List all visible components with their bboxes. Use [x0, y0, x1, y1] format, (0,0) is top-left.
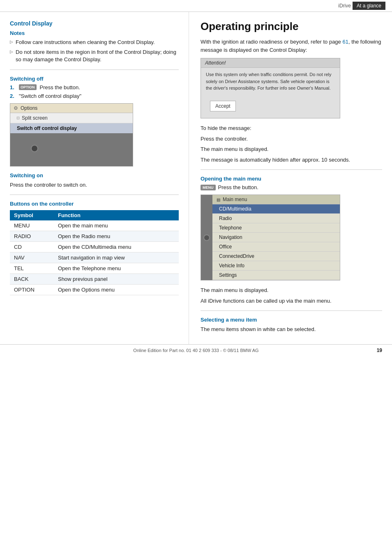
table-row: OPTIONOpen the Options menu — [10, 285, 179, 295]
table-row: BACKShow previous panel — [10, 274, 179, 285]
col-header-symbol: Symbol — [10, 210, 54, 220]
table-cell-symbol: TEL — [10, 263, 54, 274]
step-1-text: Press the button. — [40, 84, 80, 90]
step-1: 1. OPTION Press the button. — [10, 84, 179, 90]
footer-page: 19 — [377, 348, 382, 353]
table-row: NAVStart navigation in map view — [10, 253, 179, 263]
attention-body: Use this system only when traffic condit… — [201, 68, 340, 118]
footer-text: Online Edition for Part no. 01 40 2 609 … — [133, 348, 258, 353]
step-2: 2. "Switch off control display" — [10, 93, 179, 99]
table-row: TELOpen the Telephone menu — [10, 263, 179, 274]
attention-accept-btn[interactable]: Accept — [210, 101, 236, 111]
table-cell-function: Open the Options menu — [54, 285, 179, 295]
options-titlebar: ⚙ Options — [10, 104, 133, 113]
main-menu-screenshot: ▤ Main menu CD/MultimediaRadioTelephoneN… — [201, 195, 340, 280]
hide-text-1: To hide the message: — [201, 124, 382, 132]
table-cell-function: Show previous panel — [54, 274, 179, 285]
table-cell-function: Open the Radio menu — [54, 231, 179, 242]
options-bg — [10, 133, 133, 166]
table-cell-symbol: MENU — [10, 220, 54, 231]
step-2-text: "Switch off control display" — [19, 93, 81, 99]
separator-2 — [10, 195, 179, 195]
after-text-2: All iDrive functions can be called up vi… — [201, 297, 382, 305]
menu-item-row[interactable]: ConnectedDrive — [212, 252, 340, 261]
menu-items-list: CD/MultimediaRadioTelephoneNavigationOff… — [212, 204, 340, 280]
options-menu: □ Split screen Switch off control displa… — [10, 113, 133, 133]
table-cell-function: Open the CD/Multimedia menu — [54, 242, 179, 253]
content-wrapper: Control Display Notes ▷ Follow care inst… — [0, 12, 392, 344]
press-text: Press the button. — [218, 184, 258, 190]
top-nav: iDrive At a glance — [0, 0, 392, 12]
note-text-1: Follow care instructions when cleaning t… — [16, 39, 155, 46]
selecting-menu-item-text: The menu items shown in white can be sel… — [201, 325, 382, 334]
table-cell-symbol: NAV — [10, 253, 54, 263]
table-row: MENUOpen the main menu — [10, 220, 179, 231]
option-icon: OPTION — [19, 84, 37, 90]
menu-icon-small: ▤ — [217, 197, 220, 202]
col-header-function: Function — [54, 210, 179, 220]
switching-on-text: Press the controller to switch on. — [10, 181, 179, 189]
opening-main-menu-heading: Opening the main menu — [201, 176, 382, 182]
hide-text-2: Press the controller. — [201, 135, 382, 143]
notes-heading: Notes — [10, 30, 179, 36]
options-screenshot: ⚙ Options □ Split screen Switch off cont… — [10, 103, 133, 167]
separator-1 — [10, 70, 179, 70]
menu-item-row[interactable]: Radio — [212, 214, 340, 223]
table-cell-symbol: RADIO — [10, 231, 54, 242]
switching-off-heading: Switching off — [10, 76, 179, 82]
split-screen-label: Split screen — [22, 115, 48, 121]
bullet-arrow-2: ▷ — [10, 49, 13, 55]
step-1-num: 1. — [10, 84, 16, 90]
attention-title: Attention! — [201, 58, 340, 68]
table-cell-symbol: CD — [10, 242, 54, 253]
menu-side-wrapper: ▤ Main menu CD/MultimediaRadioTelephoneN… — [201, 195, 340, 280]
step-2-num: 2. — [10, 93, 16, 99]
separator-right-1 — [201, 169, 382, 170]
menu-item-row[interactable]: Navigation — [212, 233, 340, 242]
options-split-screen: □ Split screen — [10, 113, 133, 123]
table-cell-symbol: BACK — [10, 274, 54, 285]
menu-item-row[interactable]: Vehicle Info — [212, 261, 340, 271]
note-item-1: ▷ Follow care instructions when cleaning… — [10, 39, 179, 46]
table-cell-function: Open the main menu — [54, 220, 179, 231]
table-cell-symbol: OPTION — [10, 285, 54, 295]
control-display-heading: Control Display — [10, 20, 179, 27]
menu-item-row[interactable]: Settings — [212, 271, 340, 280]
menu-side-knob — [201, 195, 212, 280]
table-row: CDOpen the CD/Multimedia menu — [10, 242, 179, 253]
switching-on-heading: Switching on — [10, 172, 179, 178]
options-switch-off[interactable]: Switch off control display — [10, 123, 133, 133]
table-cell-function: Start navigation in map view — [54, 253, 179, 263]
nav-idrive-label: iDrive — [338, 3, 351, 9]
menu-title-text: Main menu — [223, 197, 247, 202]
nav-active-tab[interactable]: At a glance — [353, 2, 385, 10]
separator-right-2 — [201, 310, 382, 311]
options-title-text: Options — [21, 105, 37, 111]
table-cell-function: Open the Telephone menu — [54, 263, 179, 274]
table-row: RADIOOpen the Radio menu — [10, 231, 179, 242]
hide-text-4: The message is automatically hidden afte… — [201, 156, 382, 164]
menu-btn-row: MENU Press the button. — [201, 184, 382, 190]
page-ref: 61 — [342, 39, 348, 45]
split-screen-icon: □ — [17, 116, 19, 120]
note-item-2: ▷ Do not store items in the region in fr… — [10, 49, 179, 63]
right-column: Operating principle With the ignition at… — [189, 12, 392, 344]
after-text-1: The main menu is displayed. — [201, 286, 382, 294]
buttons-heading: Buttons on the controller — [10, 201, 179, 207]
menu-item-row[interactable]: Telephone — [212, 223, 340, 233]
footer: Online Edition for Part no. 01 40 2 609 … — [0, 344, 392, 356]
controller-dot — [31, 145, 38, 152]
menu-side-content: ▤ Main menu CD/MultimediaRadioTelephoneN… — [212, 195, 340, 280]
buttons-table: Symbol Function MENUOpen the main menuRA… — [10, 210, 179, 295]
left-column: Control Display Notes ▷ Follow care inst… — [0, 12, 189, 344]
operating-principle-heading: Operating principle — [201, 20, 382, 33]
menu-item-row[interactable]: CD/Multimedia — [212, 204, 340, 214]
hide-text-3: The main menu is displayed. — [201, 145, 382, 153]
menu-item-row[interactable]: Office — [212, 242, 340, 252]
note-text-2: Do not store items in the region in fron… — [16, 49, 179, 63]
bullet-arrow-1: ▷ — [10, 39, 13, 45]
knob-circle — [203, 234, 210, 241]
menu-titlebar: ▤ Main menu — [212, 195, 340, 204]
menu-button-icon: MENU — [201, 185, 216, 190]
attention-body-text: Use this system only when traffic condit… — [206, 72, 331, 90]
